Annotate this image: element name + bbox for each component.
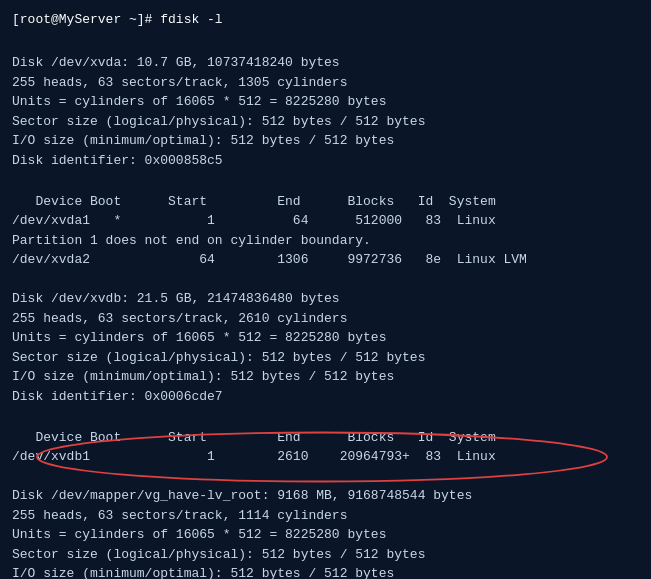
disk3-line2: Units = cylinders of 16065 * 512 = 82252… [12,525,639,545]
disk3-line4: I/O size (minimum/optimal): 512 bytes / … [12,564,639,579]
blank3 [12,270,639,290]
disk3-header: Disk /dev/mapper/vg_have-lv_root: 9168 M… [12,486,639,506]
disk1-line1: 255 heads, 63 sectors/track, 1305 cylind… [12,73,639,93]
blank2 [12,170,639,190]
disk1-line2: Units = cylinders of 16065 * 512 = 82252… [12,92,639,112]
disk2-line1: 255 heads, 63 sectors/track, 2610 cylind… [12,309,639,329]
blank5 [12,467,639,487]
table1-row1: /dev/xvda1 * 1 64 512000 83 Linux [12,211,639,231]
prompt-line: [root@MyServer ~]# fdisk -l [12,10,639,30]
blank4 [12,406,639,426]
terminal: [root@MyServer ~]# fdisk -l Disk /dev/xv… [12,10,639,569]
disk3-line3: Sector size (logical/physical): 512 byte… [12,545,639,565]
disk1-line3: Sector size (logical/physical): 512 byte… [12,112,639,132]
table2-header: Device Boot Start End Blocks Id System [12,428,639,448]
disk1-line4: I/O size (minimum/optimal): 512 bytes / … [12,131,639,151]
disk1-header: Disk /dev/xvda: 10.7 GB, 10737418240 byt… [12,53,639,73]
disk3-line1: 255 heads, 63 sectors/track, 1114 cylind… [12,506,639,526]
disk2-line4: I/O size (minimum/optimal): 512 bytes / … [12,367,639,387]
disk1-line5: Disk identifier: 0x000858c5 [12,151,639,171]
table1-row2: /dev/xvda2 64 1306 9972736 8e Linux LVM [12,250,639,270]
table2-row1: /dev/xvdb1 1 2610 20964793+ 83 Linux [12,447,639,467]
disk2-line3: Sector size (logical/physical): 512 byte… [12,348,639,368]
disk2-header: Disk /dev/xvdb: 21.5 GB, 21474836480 byt… [12,289,639,309]
disk2-line2: Units = cylinders of 16065 * 512 = 82252… [12,328,639,348]
table1-header: Device Boot Start End Blocks Id System [12,192,639,212]
blank1 [12,34,639,54]
disk2-line5: Disk identifier: 0x0006cde7 [12,387,639,407]
table1-note: Partition 1 does not end on cylinder bou… [12,231,639,251]
